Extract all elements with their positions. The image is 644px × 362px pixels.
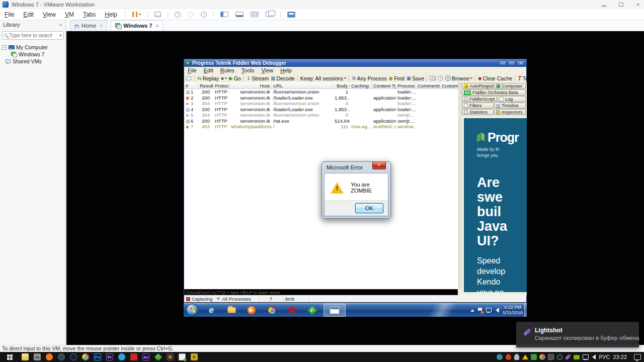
fullscreen-button[interactable] <box>247 10 262 20</box>
taskbar-app-icon[interactable] <box>43 352 55 362</box>
show-library-button[interactable] <box>217 10 232 20</box>
col-body[interactable]: Body <box>333 82 350 88</box>
tray-icon[interactable] <box>565 354 571 360</box>
tab-windows7[interactable]: Windows 7 × <box>111 20 163 31</box>
ctrl-alt-del-button[interactable] <box>151 10 165 20</box>
ok-button[interactable]: OK <box>355 203 383 213</box>
ie-taskbar-icon[interactable]: e <box>202 304 221 317</box>
tree-item-shared-vms[interactable]: Shared VMs <box>0 58 65 64</box>
tray-icon[interactable] <box>548 354 554 360</box>
suspend-vm-button[interactable]: ▾ <box>128 10 144 20</box>
col-number[interactable]: # <box>184 82 198 88</box>
fiddler-close-button[interactable]: × <box>517 60 525 66</box>
telerik-ad-banner[interactable]: Progr Made by th brings you Are swe buil… <box>464 118 527 292</box>
fiddler-maximize-button[interactable]: ▫ <box>508 60 516 66</box>
host-volume-icon[interactable] <box>592 354 596 359</box>
menu-help[interactable]: Help <box>100 9 122 20</box>
tab-home[interactable]: Home × <box>70 20 107 31</box>
lightshot-notification[interactable]: Lightshot Скриншот скопирован в буфер об… <box>516 322 639 347</box>
fiddler-menu-view[interactable]: View <box>258 67 277 73</box>
tray-icon[interactable] <box>574 354 580 360</box>
col-content-type[interactable]: Content-Type <box>372 82 396 88</box>
show-console-button[interactable] <box>284 10 299 20</box>
taskbar-app-icon[interactable]: Ae <box>140 352 152 362</box>
menu-edit[interactable]: Edit <box>19 9 38 20</box>
library-close-icon[interactable]: × <box>59 22 62 28</box>
capturing-indicator[interactable]: Capturing <box>184 296 214 302</box>
tab-timeline[interactable]: Timeline <box>494 103 526 109</box>
process-filter[interactable]: All Processes <box>214 296 253 302</box>
clear-cache-button[interactable]: ◆Clear Cache <box>477 75 513 81</box>
tab-close-icon[interactable]: × <box>100 23 103 29</box>
guest-start-button[interactable] <box>186 304 199 316</box>
fiddler-titlebar[interactable]: Progress Telerik Fiddler Web Debugger – … <box>184 59 526 67</box>
session-list-header[interactable]: # Result Protocol Host URL Body Caching … <box>184 82 458 89</box>
taskbar-app-icon[interactable] <box>79 352 92 362</box>
textwizard-button[interactable]: TTextWizard <box>517 75 527 82</box>
language-indicator[interactable]: РУС <box>599 354 610 360</box>
media-player-taskbar-icon[interactable]: ▶ <box>242 304 261 317</box>
taskbar-app-icon[interactable] <box>55 352 67 362</box>
screenshot-button[interactable] <box>429 76 437 80</box>
search-dropdown-icon[interactable]: ▾ <box>59 33 61 38</box>
volume-icon[interactable] <box>496 308 499 313</box>
taskbar-app-icon[interactable] <box>128 352 140 362</box>
table-row[interactable]: 4 200 HTTP serveronion.tk /loader/Loader… <box>184 107 458 113</box>
menu-vm[interactable]: VM <box>60 9 78 20</box>
table-row[interactable]: 3 304 HTTP serveronion.tk /license/versi… <box>184 101 458 107</box>
fiddler-menu-help[interactable]: Help <box>277 67 295 73</box>
collapse-icon[interactable]: − <box>2 45 7 50</box>
tab-filters[interactable]: Filters <box>462 103 494 109</box>
tree-item-my-computer[interactable]: − My Computer <box>0 44 65 50</box>
table-row[interactable]: 7 403 HTTP whatismyipaddress.... / 111 m… <box>184 124 458 130</box>
taskbar-app-icon[interactable] <box>164 352 176 362</box>
show-thumbnail-bar-button[interactable] <box>232 10 247 20</box>
host-clock[interactable]: 23:22 <box>613 354 627 360</box>
tree-item-windows7[interactable]: Windows 7 <box>0 51 65 57</box>
col-url[interactable]: URL <box>272 82 333 88</box>
tab-inspectors[interactable]: Inspectors <box>494 109 526 115</box>
comment-button[interactable] <box>185 76 193 80</box>
taskbar-app-icon[interactable]: Ps <box>92 352 104 362</box>
action-center-icon[interactable] <box>634 354 641 360</box>
find-button[interactable]: ◉Find <box>387 75 405 81</box>
take-snapshot-button[interactable] <box>171 10 184 20</box>
col-custom[interactable]: Custom <box>440 82 458 88</box>
guest-clock[interactable]: 6:22 PM 5/31/2018 <box>503 305 523 316</box>
tab-statistics[interactable]: Statistics <box>462 109 494 115</box>
network-icon[interactable] <box>486 308 492 313</box>
col-result[interactable]: Result <box>198 82 213 88</box>
tray-icon[interactable] <box>539 354 545 360</box>
replay-button[interactable]: ⇆Replay <box>196 75 220 81</box>
quickexec-bar[interactable]: [QuickExec] ALT+Q > type HELP to learn m… <box>184 289 458 295</box>
decode-button[interactable]: ▦Decode <box>270 75 296 81</box>
timer-button[interactable] <box>437 75 444 81</box>
tray-icon[interactable] <box>522 354 528 360</box>
fiddler-menu-edit[interactable]: Edit <box>200 67 217 73</box>
host-start-button[interactable] <box>0 352 19 362</box>
search-input[interactable] <box>9 33 52 38</box>
remove-sessions-button[interactable]: ×▾ <box>220 75 228 81</box>
any-process-button[interactable]: ⊕Any Process <box>351 75 387 81</box>
library-search[interactable]: ▾ <box>2 31 63 40</box>
explorer-taskbar-icon[interactable] <box>222 304 241 317</box>
snapshot-manager-button[interactable] <box>197 10 210 20</box>
taskbar-app-icon[interactable] <box>176 352 188 362</box>
go-button[interactable]: ▶Go <box>228 75 242 81</box>
col-protocol[interactable]: Protocol <box>213 82 229 88</box>
table-row[interactable]: 6 200 HTTP serveronion.tk /rat.exe 514,0… <box>184 118 458 124</box>
menu-tabs[interactable]: Tabs <box>78 9 100 20</box>
taskbar-app-icon[interactable]: m <box>31 352 43 362</box>
maximize-button[interactable] <box>618 0 624 9</box>
active-window-button[interactable] <box>324 304 346 317</box>
browse-button[interactable]: Browse▾ <box>444 75 473 81</box>
taskbar-app-icon[interactable] <box>116 352 128 362</box>
show-hidden-icons[interactable] <box>470 309 474 312</box>
chrome-taskbar-icon[interactable] <box>262 304 281 317</box>
menu-view[interactable]: View <box>38 9 60 20</box>
tab-fiddler-orchestra[interactable]: FOFiddler Orchestra Beta <box>462 89 526 96</box>
save-button[interactable]: ▣Save <box>406 75 425 81</box>
menu-file[interactable]: File <box>0 9 19 20</box>
action-center-flag-icon[interactable] <box>478 308 482 313</box>
tab-autoresponder[interactable]: AutoResponder <box>462 83 494 89</box>
